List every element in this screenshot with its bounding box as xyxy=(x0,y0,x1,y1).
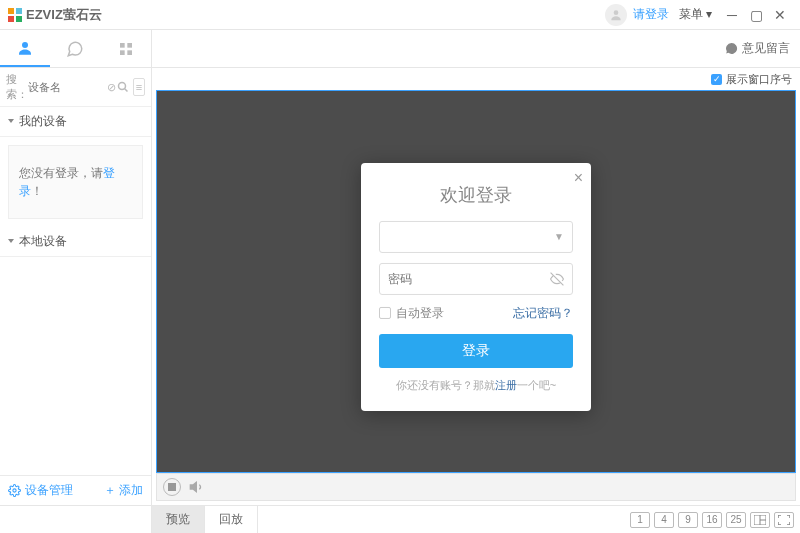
stop-icon xyxy=(168,483,176,491)
tab-devices[interactable] xyxy=(0,30,50,67)
register-line: 你还没有账号？那就注册一个吧~ xyxy=(379,377,573,392)
layout-4-button[interactable]: 4 xyxy=(654,512,674,528)
sidebar: 搜索： ⊘ ≡ 我的设备 您没有登录，请登录！ 本地设备 设备管理 ＋ 添加 xyxy=(0,68,152,505)
list-toggle-icon[interactable]: ≡ xyxy=(133,78,145,96)
group-local-devices[interactable]: 本地设备 xyxy=(0,227,151,257)
svg-point-4 xyxy=(613,10,618,15)
app-logo: EZVIZ萤石云 xyxy=(8,6,102,24)
title-bar: EZVIZ萤石云 请登录 菜单 ▾ ─ ▢ ✕ xyxy=(0,0,800,30)
eye-off-icon[interactable] xyxy=(550,271,564,285)
close-dialog-icon[interactable]: × xyxy=(574,168,583,186)
logo-icon xyxy=(8,8,22,22)
svg-point-5 xyxy=(22,42,28,48)
svg-rect-7 xyxy=(127,43,132,48)
chevron-down-icon[interactable]: ▼ xyxy=(554,231,564,242)
tab-preview[interactable]: 预览 xyxy=(152,506,205,533)
layout-16-button[interactable]: 16 xyxy=(702,512,722,528)
playback-controls xyxy=(156,473,796,501)
svg-rect-1 xyxy=(16,8,22,14)
password-field[interactable] xyxy=(379,262,573,294)
avatar-icon[interactable] xyxy=(605,4,627,26)
search-row: 搜索： ⊘ ≡ xyxy=(0,68,151,107)
fullscreen-button[interactable] xyxy=(774,512,794,528)
volume-button[interactable] xyxy=(189,479,205,495)
svg-rect-8 xyxy=(120,50,125,55)
menu-button[interactable]: 菜单 ▾ xyxy=(679,6,712,23)
volume-icon xyxy=(189,479,205,495)
layout-1-button[interactable]: 1 xyxy=(630,512,650,528)
feedback-button[interactable]: 意见留言 xyxy=(725,40,790,57)
tab-playback[interactable]: 回放 xyxy=(205,506,258,533)
layout-9-button[interactable]: 9 xyxy=(678,512,698,528)
login-dialog: × 欢迎登录 ▼ 自动登录 忘记密码？ xyxy=(361,162,591,410)
group-my-devices[interactable]: 我的设备 xyxy=(0,107,151,137)
register-link[interactable]: 注册 xyxy=(495,378,517,390)
svg-point-12 xyxy=(13,489,16,492)
device-management-button[interactable]: 设备管理 xyxy=(8,482,73,499)
layout-25-button[interactable]: 25 xyxy=(726,512,746,528)
add-device-button[interactable]: ＋ 添加 xyxy=(104,482,143,499)
login-button[interactable]: 登录 xyxy=(379,333,573,367)
grid-icon xyxy=(118,41,134,57)
minimize-icon[interactable]: ─ xyxy=(720,5,744,25)
stop-button[interactable] xyxy=(163,478,181,496)
plus-icon: ＋ xyxy=(104,482,116,499)
show-window-index-toggle[interactable]: ✓ 展示窗口序号 xyxy=(152,68,800,90)
checkbox-checked-icon: ✓ xyxy=(711,74,722,85)
username-field[interactable]: ▼ xyxy=(379,220,573,252)
tab-messages[interactable] xyxy=(51,30,101,67)
chat-icon xyxy=(66,40,84,58)
search-label: 搜索： xyxy=(6,72,28,102)
username-input[interactable] xyxy=(388,229,554,243)
tab-bar: 意见留言 xyxy=(0,30,800,68)
login-link[interactable]: 请登录 xyxy=(633,6,669,23)
not-logged-message: 您没有登录，请登录！ xyxy=(8,145,143,219)
svg-rect-6 xyxy=(120,43,125,48)
auto-login-checkbox[interactable]: 自动登录 xyxy=(379,304,444,321)
svg-rect-3 xyxy=(16,16,22,22)
clear-search-icon[interactable]: ⊘ xyxy=(106,78,117,96)
search-input[interactable] xyxy=(28,81,106,93)
app-name: EZVIZ萤石云 xyxy=(26,6,102,24)
svg-line-11 xyxy=(125,89,128,92)
svg-rect-0 xyxy=(8,8,14,14)
svg-point-10 xyxy=(119,83,126,90)
layout-buttons: 1 4 9 16 25 xyxy=(630,512,800,528)
checkbox-icon xyxy=(379,307,391,319)
layout-icon xyxy=(754,515,766,525)
svg-marker-14 xyxy=(190,482,196,491)
fullscreen-icon xyxy=(778,515,790,525)
close-window-icon[interactable]: ✕ xyxy=(768,5,792,25)
password-input[interactable] xyxy=(388,271,550,285)
svg-rect-9 xyxy=(127,50,132,55)
bottom-bar: 预览 回放 1 4 9 16 25 xyxy=(0,505,800,533)
person-icon xyxy=(16,39,34,57)
gear-icon xyxy=(8,484,21,497)
maximize-icon[interactable]: ▢ xyxy=(744,5,768,25)
svg-rect-2 xyxy=(8,16,14,22)
svg-rect-13 xyxy=(168,483,176,491)
search-icon[interactable] xyxy=(117,78,129,96)
comment-icon xyxy=(725,42,738,55)
video-area[interactable]: × 欢迎登录 ▼ 自动登录 忘记密码？ xyxy=(156,90,796,473)
layout-custom-button[interactable] xyxy=(750,512,770,528)
forgot-password-link[interactable]: 忘记密码？ xyxy=(513,304,573,321)
login-dialog-title: 欢迎登录 xyxy=(379,182,573,206)
tab-apps[interactable] xyxy=(101,30,151,67)
